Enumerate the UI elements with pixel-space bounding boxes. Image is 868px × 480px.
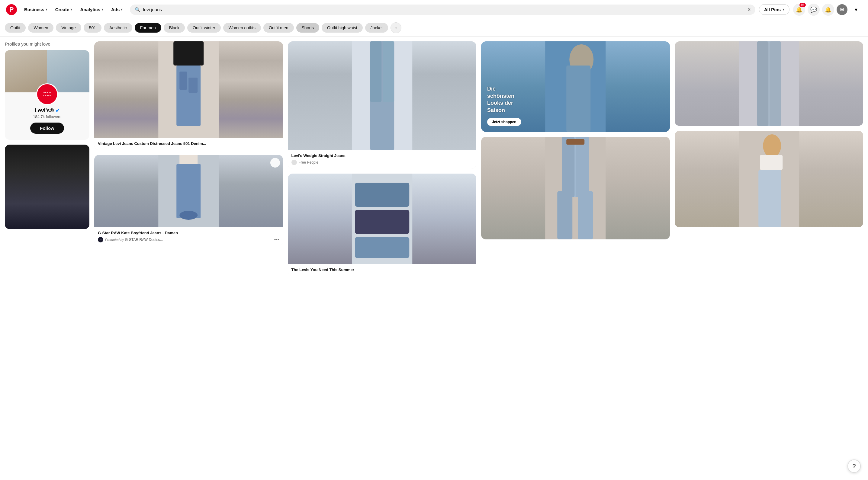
pin-image-3 <box>288 41 476 150</box>
main-content: Profiles you might love LIVE IN LEVI'S L… <box>0 36 868 281</box>
svg-rect-22 <box>562 137 575 197</box>
chip-black[interactable]: Black <box>164 23 185 33</box>
svg-rect-26 <box>566 139 584 145</box>
pinterest-logo[interactable]: P <box>6 4 17 15</box>
svg-rect-16 <box>355 237 409 258</box>
sidebar: Profiles you might love LIVE IN LEVI'S L… <box>5 41 89 276</box>
verified-icon: ✔ <box>56 108 60 114</box>
pin-options-button-2[interactable]: ••• <box>274 237 279 243</box>
pin-info-4: The Levis You Need This Summer <box>288 264 476 276</box>
chip-aesthetic[interactable]: Aesthetic <box>104 23 132 33</box>
chip-outfit[interactable]: Outfit <box>5 23 26 33</box>
pin-title-4: The Levis You Need This Summer <box>291 267 473 273</box>
chip-outfit-winter[interactable]: Outfit winter <box>187 23 221 33</box>
profile-card: LIVE IN LEVI'S Levi's® ✔ 184.7k follower… <box>5 50 89 140</box>
chevron-down-icon: ▾ <box>45 7 48 11</box>
pin-info-1: Vintage Levi Jeans Custom Distressed Jea… <box>94 138 283 150</box>
svg-rect-7 <box>176 164 200 218</box>
pin-image-8 <box>675 131 864 227</box>
filter-bar: Outfit Women Vintage 501 Aesthetic For m… <box>0 19 868 36</box>
chip-women-outfits[interactable]: Women outfits <box>223 23 261 33</box>
pin-info-3: Levi's Wedgie Straight Jeans Free People <box>288 150 476 169</box>
pin-info-2: G-Star RAW Kate Boyfriend Jeans - Damen … <box>94 227 283 246</box>
chevron-down-icon: ▾ <box>782 7 784 11</box>
chevron-down-icon: ▾ <box>101 7 103 11</box>
svg-rect-6 <box>179 155 197 164</box>
chip-outfit-men[interactable]: Outfit men <box>264 23 294 33</box>
svg-rect-34 <box>758 170 781 227</box>
svg-point-8 <box>179 211 197 220</box>
pin-card-4[interactable]: The Levis You Need This Summer <box>288 173 476 276</box>
header: P Business ▾ Create ▾ Analytics ▾ Ads ▾ … <box>0 0 868 19</box>
header-icons: 🔔 96 💬 🔔 M ▾ <box>793 4 862 16</box>
nav-ads[interactable]: Ads ▾ <box>107 5 126 14</box>
profile-name: Levi's® ✔ <box>35 107 60 114</box>
pin-grid: Vintage Levi Jeans Custom Distressed Jea… <box>94 41 863 276</box>
svg-rect-24 <box>557 191 572 239</box>
pin-card-8[interactable] <box>675 131 864 227</box>
chevron-down-icon: ▾ <box>70 7 72 11</box>
chip-vintage[interactable]: Vintage <box>56 23 81 33</box>
nav-business[interactable]: Business ▾ <box>21 5 51 14</box>
search-clear-button[interactable]: × <box>748 7 750 12</box>
svg-rect-19 <box>566 65 590 132</box>
nav-analytics[interactable]: Analytics ▾ <box>76 5 107 14</box>
pin-overlay-text: DieschönstenLooks derSaison <box>487 86 514 114</box>
pin-card-2[interactable]: ⋯ G-Star RAW Kate Boyfriend Jeans - Dame… <box>94 155 283 246</box>
chip-for-men[interactable]: For men <box>135 23 161 33</box>
nav-create[interactable]: Create ▾ <box>52 5 76 14</box>
chip-shorts[interactable]: Shorts <box>296 23 319 33</box>
pin-image-1 <box>94 41 283 138</box>
pin-card-5[interactable]: DieschönstenLooks derSaison Jetzt shoppe… <box>481 41 670 132</box>
pin-image-5: DieschönstenLooks derSaison Jetzt shoppe… <box>481 41 670 132</box>
search-bar: 🔍 × <box>130 4 755 15</box>
svg-point-32 <box>763 134 781 157</box>
svg-rect-3 <box>179 71 187 90</box>
chip-women[interactable]: Women <box>28 23 54 33</box>
pin-cta-button[interactable]: Jetzt shoppen <box>487 118 521 126</box>
search-input[interactable] <box>143 7 745 12</box>
pin-source-logo-2: P <box>98 237 103 243</box>
notification-badge: 96 <box>800 3 806 7</box>
alerts-button[interactable]: 🔔 <box>822 4 834 16</box>
user-avatar[interactable]: M <box>837 4 847 15</box>
pin-card-7[interactable] <box>675 41 864 126</box>
pin-source-2: P Promoted by G-STAR RAW Deutsc... ••• <box>98 237 279 243</box>
pin-more-button-2[interactable]: ⋯ <box>270 158 280 167</box>
pin-source-logo-3 <box>291 160 297 165</box>
all-pins-button[interactable]: All Pins ▾ <box>759 4 789 15</box>
svg-rect-14 <box>355 183 409 207</box>
pin-card-1[interactable]: Vintage Levi Jeans Custom Distressed Jea… <box>94 41 283 150</box>
pin-title-1: Vintage Levi Jeans Custom Distressed Jea… <box>98 141 279 147</box>
pin-image-4 <box>288 173 476 264</box>
svg-rect-23 <box>576 137 589 197</box>
account-chevron-button[interactable]: ▾ <box>850 4 862 16</box>
profile-followers: 184.7k followers <box>33 115 61 119</box>
chip-outfit-high-waist[interactable]: Outfit high waist <box>322 23 363 33</box>
pin-title-3: Levi's Wedgie Straight Jeans <box>291 153 473 159</box>
chip-jacket[interactable]: Jacket <box>365 23 388 33</box>
search-icon: 🔍 <box>135 7 141 12</box>
svg-rect-33 <box>760 155 782 170</box>
pin-card-3[interactable]: Levi's Wedgie Straight Jeans Free People <box>288 41 476 169</box>
filter-next-button[interactable]: › <box>391 22 401 33</box>
notifications-button[interactable]: 🔔 96 <box>793 4 805 16</box>
profile-avatar-wrap: LIVE IN LEVI'S <box>36 83 58 105</box>
pin-source-3: Free People <box>291 160 473 165</box>
pin-title-2: G-Star RAW Kate Boyfriend Jeans - Damen <box>98 230 279 236</box>
svg-rect-11 <box>370 41 381 102</box>
svg-rect-25 <box>578 191 593 239</box>
profile-avatar: LIVE IN LEVI'S <box>36 83 58 105</box>
chip-501[interactable]: 501 <box>84 23 101 33</box>
pin-image-7 <box>675 41 864 126</box>
svg-rect-12 <box>383 41 394 102</box>
pin-image-2: ⋯ <box>94 155 283 227</box>
svg-rect-29 <box>757 41 768 126</box>
follow-button[interactable]: Follow <box>30 123 64 134</box>
main-nav: Business ▾ Create ▾ Analytics ▾ Ads ▾ <box>21 5 126 14</box>
messages-button[interactable]: 💬 <box>808 4 820 16</box>
svg-rect-4 <box>188 77 197 93</box>
svg-rect-30 <box>770 41 781 126</box>
pin-card-6[interactable] <box>481 137 670 239</box>
svg-rect-15 <box>355 210 409 234</box>
